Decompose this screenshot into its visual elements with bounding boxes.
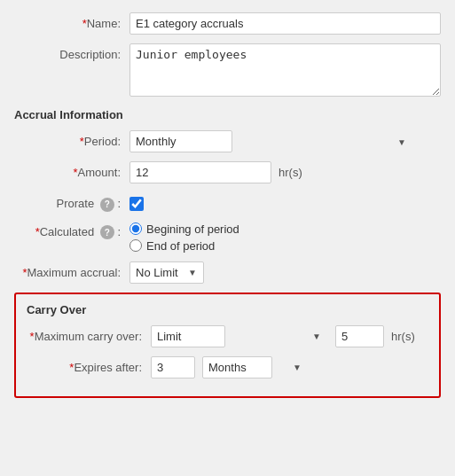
- period-row: *Period: Monthly Weekly Bi-Weekly Semi-M…: [14, 130, 441, 152]
- prorate-field-wrapper: [129, 192, 441, 211]
- prorate-label: Prorate ? :: [14, 192, 129, 212]
- description-row: Description: Junior employees: [14, 43, 441, 99]
- calculated-radio-beginning[interactable]: [129, 222, 142, 235]
- calculated-option1-label[interactable]: Begining of period: [129, 222, 441, 236]
- expires-unit-select-wrapper: Months Days Years: [202, 356, 309, 378]
- name-input[interactable]: [129, 12, 441, 35]
- max-carry-over-amount-input[interactable]: [335, 325, 384, 347]
- max-accrual-select[interactable]: No Limit Limit: [129, 261, 204, 284]
- description-label: Description:: [14, 43, 129, 61]
- max-carry-over-select[interactable]: No Limit Limit: [151, 325, 225, 347]
- name-label: *Name:: [14, 12, 129, 30]
- amount-field-wrapper: hr(s): [129, 161, 441, 183]
- expires-after-row: *Expires after: Months Days Years: [27, 356, 428, 378]
- carry-over-title: Carry Over: [27, 303, 428, 316]
- name-row: *Name:: [14, 12, 441, 35]
- period-select-wrapper: Monthly Weekly Bi-Weekly Semi-Monthly An…: [129, 130, 413, 152]
- expires-unit-select[interactable]: Months Days Years: [202, 356, 272, 378]
- calculated-row: *Calculated ? : Begining of period End o…: [14, 221, 441, 253]
- carry-over-section: Carry Over *Maximum carry over: No Limit…: [14, 293, 441, 398]
- max-accrual-row: *Maximum accrual: No Limit Limit: [14, 261, 441, 284]
- max-carry-over-row: *Maximum carry over: No Limit Limit hr(s…: [27, 325, 428, 347]
- period-label: *Period:: [14, 130, 129, 148]
- period-field-wrapper: Monthly Weekly Bi-Weekly Semi-Monthly An…: [129, 130, 441, 152]
- max-accrual-label: *Maximum accrual:: [14, 261, 129, 279]
- form-container: *Name: Description: Junior employees Acc…: [0, 0, 455, 410]
- amount-label: *Amount:: [14, 161, 129, 179]
- description-input[interactable]: Junior employees: [129, 43, 441, 97]
- amount-row: *Amount: hr(s): [14, 161, 441, 183]
- period-select[interactable]: Monthly Weekly Bi-Weekly Semi-Monthly An…: [129, 130, 232, 152]
- max-carry-over-fields: No Limit Limit hr(s): [151, 325, 415, 347]
- expires-after-label: *Expires after:: [27, 361, 151, 374]
- amount-input[interactable]: [129, 161, 271, 183]
- max-carry-over-unit-label: hr(s): [391, 330, 415, 343]
- prorate-row: Prorate ? :: [14, 192, 441, 212]
- expires-after-fields: Months Days Years: [151, 356, 309, 378]
- accrual-section-title: Accrual Information: [14, 108, 441, 121]
- calculated-radio-group: Begining of period End of period: [129, 221, 441, 253]
- max-carry-over-label: *Maximum carry over:: [27, 330, 151, 343]
- calculated-label: *Calculated ? :: [14, 221, 129, 240]
- calculated-option2-label[interactable]: End of period: [129, 239, 441, 253]
- calculated-help-icon[interactable]: ?: [100, 225, 114, 239]
- expires-after-input[interactable]: [151, 356, 195, 378]
- amount-input-group: hr(s): [129, 161, 441, 183]
- description-field-wrapper: Junior employees: [129, 43, 441, 99]
- max-accrual-field-wrapper: No Limit Limit: [129, 261, 441, 284]
- name-field-wrapper: [129, 12, 441, 35]
- calculated-field-wrapper: Begining of period End of period: [129, 221, 441, 253]
- amount-unit-label: hr(s): [278, 166, 302, 179]
- max-carry-over-select-wrapper: No Limit Limit: [151, 325, 328, 347]
- prorate-checkbox[interactable]: [129, 197, 144, 211]
- calculated-radio-end[interactable]: [129, 239, 142, 252]
- max-accrual-select-wrapper: No Limit Limit: [129, 261, 204, 284]
- prorate-help-icon[interactable]: ?: [100, 198, 114, 212]
